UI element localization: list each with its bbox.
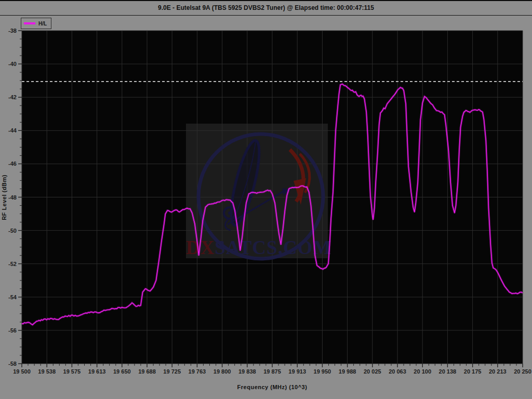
y-tick-label: -40 [8, 61, 17, 67]
y-tick-label: -58 [8, 361, 17, 367]
x-tick-label: 19 763 [189, 368, 206, 375]
y-axis-title: RF Level (dBm) [1, 175, 7, 220]
x-tick-label: 19 538 [38, 368, 56, 375]
spectrum-analyzer-window: 9.0E - Eutelsat 9A (TBS 5925 DVBS2 Tuner… [0, 0, 532, 399]
y-tick-label: -42 [8, 94, 17, 100]
legend-label: H/L [38, 21, 47, 26]
y-tick-label: -44 [8, 127, 17, 134]
y-tick-label: -50 [8, 228, 17, 234]
logo-feed-dot-icon [228, 211, 231, 215]
x-tick-label: 19 688 [138, 368, 156, 375]
x-tick-label: 20 100 [414, 368, 431, 375]
x-tick-label: 20 138 [439, 368, 457, 375]
x-tick-label: 19 650 [113, 368, 131, 375]
y-tick-label: -54 [8, 294, 17, 300]
y-tick-label: -38 [8, 28, 17, 34]
x-tick-label: 20 063 [389, 368, 406, 375]
x-tick-label: 19 875 [263, 368, 281, 375]
x-tick-label: 19 950 [314, 368, 331, 375]
x-tick-label: 19 988 [339, 368, 356, 375]
x-tick-label: 19 800 [214, 368, 231, 375]
x-tick-label: 20 213 [489, 368, 507, 375]
x-tick-label: 20 025 [364, 368, 381, 375]
trace-color-swatch [24, 22, 35, 24]
x-tick-label: 20 250 [514, 368, 531, 375]
x-tick-label: 19 838 [238, 368, 256, 375]
y-tick-label: -48 [8, 194, 17, 201]
legend[interactable]: H/L [21, 18, 51, 29]
top-edge-line [0, 0, 532, 1]
x-axis-title: Frequency (MHz) (10^3) [237, 384, 308, 390]
y-tick-label: -52 [8, 261, 17, 267]
spectrum-chart: DXSATCS.COM 19 50019 53819 57519 61319 6… [0, 0, 532, 399]
x-tick-label: 19 613 [88, 368, 106, 375]
chart-title: 9.0E - Eutelsat 9A (TBS 5925 DVBS2 Tuner… [0, 1, 532, 16]
x-tick-label: 19 500 [13, 368, 31, 375]
x-tick-label: 19 575 [63, 368, 81, 375]
watermark-text: DXSATCS.COM [186, 237, 332, 258]
x-tick-label: 19 725 [163, 368, 181, 375]
x-tick-label: 20 175 [464, 368, 482, 375]
y-tick-label: -56 [8, 327, 17, 334]
x-tick-label: 19 913 [288, 368, 306, 375]
y-tick-label: -46 [8, 161, 17, 167]
